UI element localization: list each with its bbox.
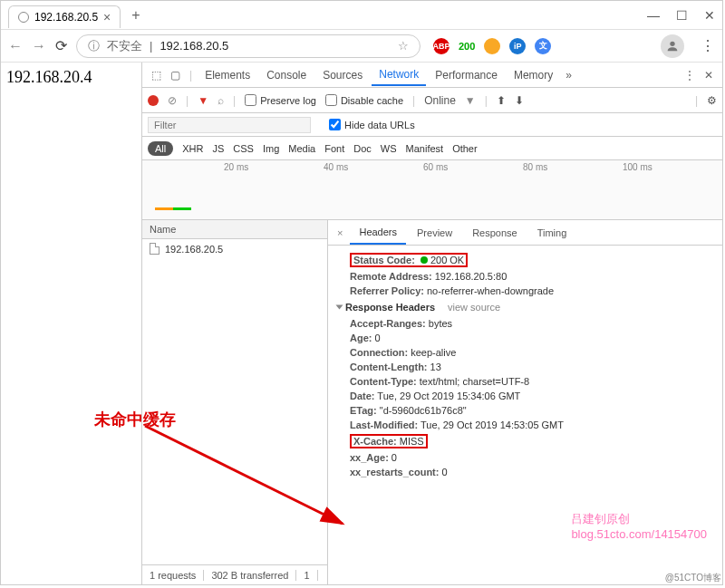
devtools-menu[interactable]: ⋮: [681, 69, 699, 82]
header-row: Content-Length: 13: [337, 360, 713, 374]
status-requests: 1 requests: [142, 570, 204, 581]
disable-cache-checkbox[interactable]: Disable cache: [325, 94, 403, 106]
type-other[interactable]: Other: [452, 143, 478, 154]
header-row: Last-Modified: Tue, 29 Oct 2019 14:53:05…: [337, 418, 713, 432]
new-tab-button[interactable]: +: [131, 7, 140, 24]
hide-data-urls-checkbox[interactable]: Hide data URLs: [329, 119, 415, 130]
minimize-button[interactable]: —: [647, 8, 660, 23]
annotation-text: 未命中缓存: [94, 409, 176, 430]
tab-console[interactable]: Console: [259, 65, 314, 85]
reload-button[interactable]: ⟳: [55, 37, 67, 54]
tab-title: 192.168.20.5: [34, 11, 98, 24]
name-column-header[interactable]: Name: [142, 220, 327, 239]
type-css[interactable]: CSS: [233, 143, 254, 154]
header-row: Age: 0: [337, 331, 713, 345]
throttle-dropdown-icon[interactable]: ▼: [465, 94, 476, 107]
download-icon[interactable]: ⬇: [515, 94, 524, 107]
devtools-close[interactable]: ✕: [701, 69, 717, 82]
address-bar[interactable]: ⓘ 不安全 | 192.168.20.5 ☆: [76, 34, 420, 58]
tab-sources[interactable]: Sources: [315, 65, 370, 85]
status-200-badge[interactable]: 200: [459, 38, 475, 54]
info-icon[interactable]: ⓘ: [88, 38, 100, 54]
header-row: Connection: keep-alive: [337, 345, 713, 360]
abp-icon[interactable]: ABP: [433, 38, 450, 54]
type-media[interactable]: Media: [288, 143, 315, 154]
type-doc[interactable]: Doc: [353, 143, 372, 154]
browser-tab[interactable]: 192.168.20.5 ×: [8, 5, 121, 28]
status-transferred: 302 B transferred: [204, 570, 296, 581]
watermark: 吕建钊原创 blog.51cto.com/14154700: [571, 511, 707, 541]
page-content: 192.168.20.4: [1, 63, 141, 584]
profile-avatar[interactable]: [661, 34, 684, 58]
menu-button[interactable]: ⋮: [701, 37, 715, 54]
header-row: X-Cache: MISS: [337, 432, 713, 450]
url-text: 192.168.20.5: [160, 39, 228, 53]
expand-icon: [336, 305, 343, 310]
search-icon[interactable]: ⌕: [218, 94, 224, 107]
timeline-marker: [155, 207, 191, 210]
more-tabs-button[interactable]: »: [562, 69, 575, 82]
status-dot-icon: [420, 256, 428, 264]
throttle-select[interactable]: Online: [424, 94, 456, 107]
record-button[interactable]: [148, 95, 159, 106]
header-row: xx_restarts_count: 0: [337, 465, 713, 479]
header-row: Content-Type: text/html; charset=UTF-8: [337, 374, 713, 389]
translate-icon[interactable]: 文: [535, 38, 551, 54]
type-manifest[interactable]: Manifest: [406, 143, 444, 154]
header-row: Accept-Ranges: bytes: [337, 316, 713, 331]
type-ws[interactable]: WS: [381, 143, 397, 154]
back-button[interactable]: ←: [8, 38, 23, 54]
response-headers-section[interactable]: Response Headersview source: [337, 298, 713, 316]
close-tab-icon[interactable]: ×: [103, 10, 111, 24]
security-warn: 不安全: [107, 38, 142, 54]
maximize-button[interactable]: ☐: [676, 8, 688, 23]
header-row: xx_Age: 0: [337, 450, 713, 465]
globe-icon: [18, 12, 29, 23]
bookmark-icon[interactable]: ☆: [398, 39, 409, 53]
inspect-icon[interactable]: ⬚: [148, 69, 165, 82]
settings-icon[interactable]: ⚙: [707, 94, 717, 107]
upload-icon[interactable]: ⬆: [497, 94, 506, 107]
tab-timing[interactable]: Timing: [528, 222, 576, 244]
status-r: 1: [296, 570, 317, 581]
document-icon: [150, 243, 160, 255]
tab-response[interactable]: Response: [463, 222, 527, 244]
close-window-button[interactable]: ✕: [704, 8, 715, 23]
filter-icon[interactable]: ▼: [198, 94, 208, 107]
device-icon[interactable]: ▢: [167, 69, 184, 82]
timeline[interactable]: 20 ms 40 ms 60 ms 80 ms 100 ms: [142, 160, 722, 220]
preserve-log-checkbox[interactable]: Preserve log: [245, 94, 316, 106]
type-font[interactable]: Font: [324, 143, 344, 154]
tab-preview[interactable]: Preview: [408, 222, 461, 244]
cto-watermark: @51CTO博客: [665, 572, 721, 584]
svg-point-0: [670, 41, 674, 45]
header-row: Date: Tue, 29 Oct 2019 15:34:06 GMT: [337, 389, 713, 403]
tab-performance[interactable]: Performance: [428, 65, 505, 85]
forward-button: →: [32, 38, 46, 54]
filter-input[interactable]: [148, 117, 311, 133]
ext-icon[interactable]: [484, 38, 500, 54]
tab-memory[interactable]: Memory: [507, 65, 560, 85]
type-js[interactable]: JS: [212, 143, 224, 154]
ip-icon[interactable]: iP: [509, 38, 526, 54]
type-xhr[interactable]: XHR: [182, 143, 203, 154]
request-row[interactable]: 192.168.20.5: [142, 239, 327, 258]
tab-elements[interactable]: Elements: [198, 65, 257, 85]
type-all[interactable]: All: [148, 141, 173, 156]
tab-network[interactable]: Network: [372, 64, 426, 86]
clear-button[interactable]: ⊘: [168, 94, 177, 107]
tab-headers[interactable]: Headers: [350, 221, 406, 245]
type-img[interactable]: Img: [263, 143, 279, 154]
close-details-button[interactable]: ×: [332, 227, 348, 238]
header-row: ETag: "d-5960dc61b76c8": [337, 403, 713, 418]
